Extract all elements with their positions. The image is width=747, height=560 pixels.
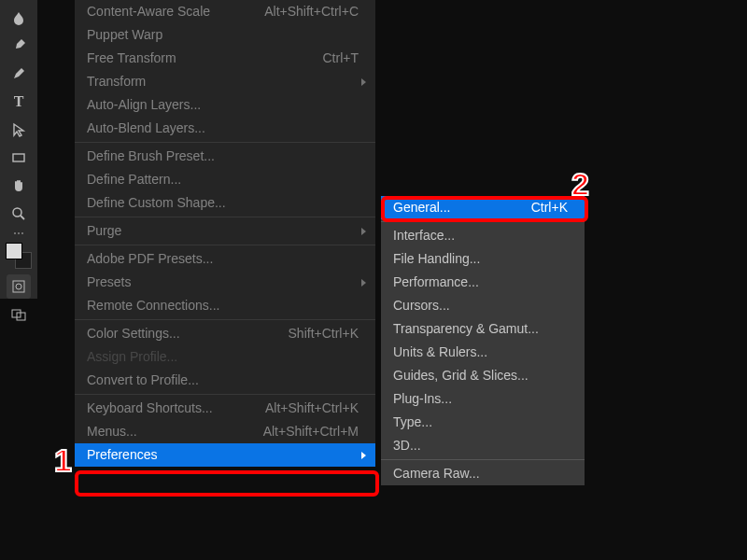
- menuitem-label: Menus...: [87, 424, 137, 439]
- menuitem-label: Camera Raw...: [393, 466, 480, 481]
- menuitem-pref-file-handling[interactable]: File Handling...: [381, 247, 585, 271]
- svg-point-3: [14, 232, 16, 234]
- menu-separator: [75, 394, 375, 395]
- menuitem-label: Auto-Blend Layers...: [87, 120, 205, 135]
- submenu-arrow-icon: [361, 279, 366, 287]
- menuitem-pref-units-rulers[interactable]: Units & Rulers...: [381, 341, 585, 364]
- svg-line-2: [21, 216, 24, 219]
- menuitem-label: Free Transform: [87, 50, 176, 65]
- menu-separator: [381, 221, 585, 222]
- menuitem-label: Puppet Warp: [87, 27, 162, 42]
- hand-tool-icon[interactable]: [7, 174, 31, 198]
- shortcut-text: Ctrl+K: [531, 197, 568, 218]
- menuitem-label: Define Pattern...: [87, 172, 181, 187]
- quickmask-icon[interactable]: [7, 274, 31, 299]
- menuitem-keyboard-shortcuts[interactable]: Keyboard Shortcuts...Alt+Shift+Ctrl+K: [75, 397, 375, 420]
- menuitem-pdf-presets[interactable]: Adobe PDF Presets...: [75, 247, 375, 271]
- menuitem-label: File Handling...: [393, 251, 480, 266]
- menuitem-label: Transform: [87, 74, 146, 89]
- menuitem-content-aware-scale[interactable]: Content-Aware ScaleAlt+Shift+Ctrl+C: [75, 0, 375, 23]
- menuitem-presets[interactable]: Presets: [75, 271, 375, 294]
- menuitem-assign-profile: Assign Profile...: [75, 345, 375, 369]
- menu-separator: [75, 217, 375, 217]
- menuitem-auto-blend[interactable]: Auto-Blend Layers...: [75, 117, 375, 140]
- menuitem-label: Define Brush Preset...: [87, 148, 215, 163]
- menuitem-color-settings[interactable]: Color Settings...Shift+Ctrl+K: [75, 322, 375, 345]
- rectangle-tool-icon[interactable]: [7, 146, 31, 170]
- brush-tool-icon[interactable]: [7, 62, 31, 86]
- menuitem-free-transform[interactable]: Free TransformCtrl+T: [75, 47, 375, 70]
- menu-separator: [75, 245, 375, 245]
- menuitem-label: Guides, Grid & Slices...: [393, 368, 529, 383]
- shortcut-text: Alt+Shift+Ctrl+M: [263, 421, 359, 442]
- menuitem-label: Performance...: [393, 274, 479, 289]
- grip-icon: [7, 230, 31, 237]
- menuitem-preferences[interactable]: Preferences: [75, 443, 375, 467]
- edit-menu: Content-Aware ScaleAlt+Shift+Ctrl+C Pupp…: [75, 0, 375, 467]
- menuitem-auto-align[interactable]: Auto-Align Layers...: [75, 93, 375, 117]
- menuitem-pref-interface[interactable]: Interface...: [381, 224, 585, 247]
- menuitem-pref-plugins[interactable]: Plug-Ins...: [381, 387, 585, 411]
- menuitem-pref-camera-raw[interactable]: Camera Raw...: [381, 462, 585, 485]
- menuitem-pref-transparency[interactable]: Transparency & Gamut...: [381, 317, 585, 341]
- menuitem-label: Remote Connections...: [87, 298, 219, 313]
- menuitem-label: Units & Rulers...: [393, 344, 487, 359]
- svg-rect-6: [13, 281, 24, 292]
- menuitem-pref-type[interactable]: Type...: [381, 411, 585, 434]
- menu-separator: [75, 142, 375, 143]
- zoom-tool-icon[interactable]: [7, 202, 31, 226]
- menuitem-remote-connections[interactable]: Remote Connections...: [75, 294, 375, 317]
- shortcut-text: Alt+Shift+Ctrl+C: [264, 1, 359, 22]
- menuitem-label: Transparency & Gamut...: [393, 321, 539, 336]
- menuitem-transform[interactable]: Transform: [75, 70, 375, 93]
- screenmode-icon[interactable]: [7, 302, 31, 327]
- menuitem-label: Type...: [393, 414, 432, 429]
- menuitem-pref-guides-grid[interactable]: Guides, Grid & Slices...: [381, 364, 585, 387]
- shortcut-text: Shift+Ctrl+K: [289, 323, 359, 344]
- menuitem-label: Assign Profile...: [87, 349, 177, 364]
- eyedropper-tool-icon[interactable]: [7, 34, 31, 58]
- submenu-arrow-icon: [361, 228, 366, 235]
- fg-bg-swatches[interactable]: [6, 243, 32, 269]
- menu-separator: [75, 319, 375, 320]
- menuitem-define-pattern[interactable]: Define Pattern...: [75, 168, 375, 191]
- menuitem-label: Convert to Profile...: [87, 372, 199, 387]
- annotation-number-1: 1: [54, 442, 72, 479]
- svg-point-4: [18, 232, 20, 234]
- menuitem-label: Keyboard Shortcuts...: [87, 400, 213, 415]
- menuitem-convert-profile[interactable]: Convert to Profile...: [75, 369, 375, 392]
- annotation-box-1: [75, 470, 379, 497]
- svg-rect-0: [13, 154, 24, 161]
- menuitem-puppet-warp[interactable]: Puppet Warp: [75, 23, 375, 47]
- type-tool-icon[interactable]: T: [7, 90, 31, 114]
- menuitem-label: Content-Aware Scale: [87, 4, 210, 19]
- menuitem-label: Interface...: [393, 228, 455, 243]
- menuitem-label: General...: [393, 200, 450, 215]
- menuitem-label: Presets: [87, 274, 131, 289]
- direct-select-tool-icon[interactable]: [7, 118, 31, 142]
- menuitem-define-brush[interactable]: Define Brush Preset...: [75, 145, 375, 168]
- menu-separator: [381, 459, 585, 460]
- menuitem-label: Purge: [87, 223, 121, 238]
- menuitem-purge[interactable]: Purge: [75, 219, 375, 243]
- menuitem-label: Preferences: [87, 447, 157, 462]
- menuitem-label: Color Settings...: [87, 326, 180, 341]
- smudge-tool-icon[interactable]: [7, 6, 31, 30]
- submenu-arrow-icon: [361, 78, 366, 86]
- menuitem-pref-3d[interactable]: 3D...: [381, 434, 585, 457]
- menuitem-menus[interactable]: Menus...Alt+Shift+Ctrl+M: [75, 420, 375, 443]
- menuitem-pref-performance[interactable]: Performance...: [381, 271, 585, 294]
- svg-point-7: [16, 284, 21, 289]
- menuitem-label: Plug-Ins...: [393, 391, 452, 406]
- preferences-submenu: General...Ctrl+K Interface... File Handl…: [381, 196, 585, 485]
- shortcut-text: Ctrl+T: [323, 48, 359, 69]
- submenu-arrow-icon: [361, 452, 366, 459]
- svg-point-1: [13, 208, 21, 217]
- menuitem-label: Cursors...: [393, 298, 450, 313]
- tool-palette: T: [0, 0, 37, 299]
- menuitem-label: 3D...: [393, 438, 421, 453]
- menuitem-pref-cursors[interactable]: Cursors...: [381, 294, 585, 317]
- menuitem-pref-general[interactable]: General...Ctrl+K: [381, 196, 585, 219]
- menuitem-label: Adobe PDF Presets...: [87, 251, 213, 266]
- menuitem-define-shape[interactable]: Define Custom Shape...: [75, 191, 375, 215]
